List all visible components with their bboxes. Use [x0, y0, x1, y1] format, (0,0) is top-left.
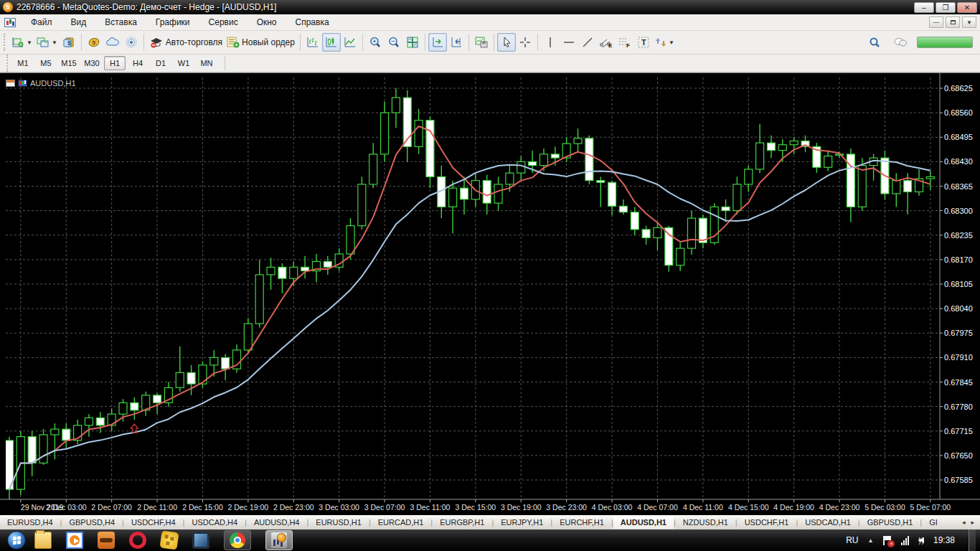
- equidistant-channel-button[interactable]: E: [597, 33, 616, 52]
- timeframe-M30-button[interactable]: M30: [81, 56, 103, 70]
- svg-text:4 Dec 07:00: 4 Dec 07:00: [637, 503, 678, 512]
- virtual-hosting-button[interactable]: [103, 33, 122, 52]
- svg-text:2 Dec 19:00: 2 Dec 19:00: [228, 503, 269, 512]
- timeframe-H4-button[interactable]: H4: [127, 56, 149, 70]
- fibonacci-button[interactable]: F: [616, 33, 634, 52]
- tile-windows-icon: [407, 37, 418, 48]
- chart-tab-USDCHF-H4[interactable]: USDCHF,H4: [124, 516, 183, 529]
- close-button[interactable]: ✕: [957, 2, 977, 13]
- orange-app-icon[interactable]: [98, 532, 115, 549]
- chart-tab-EURCHF-H1[interactable]: EURCHF,H1: [552, 516, 611, 529]
- action-center-flag-icon[interactable]: ×: [882, 536, 892, 545]
- new-order-button[interactable]: Новый ордер: [225, 33, 297, 52]
- media-player-icon[interactable]: [66, 532, 83, 549]
- zoom-out-button[interactable]: [385, 33, 403, 52]
- text-label-button[interactable]: T: [634, 33, 653, 52]
- line-chart-button[interactable]: [341, 33, 359, 52]
- price-chart[interactable]: 0.686250.685600.684950.684300.683650.683…: [0, 73, 980, 515]
- crosshair-button[interactable]: [516, 33, 534, 52]
- start-button[interactable]: [7, 531, 26, 550]
- timeframe-M15-button[interactable]: M15: [58, 56, 80, 70]
- toolbar-drag-handle[interactable]: [4, 34, 7, 51]
- restore-button[interactable]: ❐: [936, 2, 956, 13]
- arrows-button[interactable]: ▼: [653, 33, 677, 52]
- new-chart-button[interactable]: ▼: [9, 33, 34, 52]
- vertical-line-button[interactable]: [541, 33, 560, 52]
- market-watch-button[interactable]: $: [60, 33, 78, 52]
- chart-tab-USDCAD-H1[interactable]: USDCAD,H1: [798, 516, 858, 529]
- menu-item-Сервис[interactable]: Сервис: [199, 15, 248, 29]
- mql5-market-button[interactable]: 5: [85, 33, 103, 52]
- timeframe-M5-button[interactable]: M5: [35, 56, 57, 70]
- menu-item-Окно[interactable]: Окно: [248, 15, 286, 29]
- menu-item-Вид[interactable]: Вид: [62, 15, 96, 29]
- chart-shift-button[interactable]: [447, 33, 466, 52]
- yellow-app-icon[interactable]: [159, 530, 179, 550]
- tile-windows-button[interactable]: [403, 33, 422, 52]
- metatrader-taskbar-button[interactable]: [265, 530, 293, 550]
- toolbar-overflow-button[interactable]: ▾: [962, 17, 976, 28]
- timeframe-MN-button[interactable]: MN: [196, 56, 217, 70]
- hidden-icons-arrow[interactable]: ▲: [868, 537, 874, 544]
- search-icon[interactable]: [865, 33, 884, 52]
- chart-tab-GBPUSD-H1[interactable]: GBPUSD,H1: [860, 516, 920, 529]
- chart-tab-GBPUSD-H4[interactable]: GBPUSD,H4: [62, 516, 122, 529]
- chart-tab-EURGBP-H1[interactable]: EURGBP,H1: [433, 516, 491, 529]
- menu-item-Файл[interactable]: Файл: [22, 15, 62, 29]
- trendline-button[interactable]: [578, 33, 597, 52]
- show-desktop-button[interactable]: [969, 529, 976, 551]
- network-signal-icon[interactable]: [901, 536, 909, 545]
- profiles-button[interactable]: ▼: [34, 33, 60, 52]
- timeframe-drag-handle[interactable]: [6, 55, 10, 72]
- one-click-trading-icon[interactable]: [6, 80, 15, 87]
- chart-tab-USDCHF-H1[interactable]: USDCHF,H1: [738, 516, 796, 529]
- tabs-scroll-right-icon[interactable]: ▸: [971, 519, 974, 526]
- chart-tab-EURJPY-H1[interactable]: EURJPY,H1: [494, 516, 550, 529]
- chart-tab-AUDUSD-H1[interactable]: AUDUSD,H1: [613, 516, 674, 529]
- timeframe-H1-button[interactable]: H1: [104, 56, 126, 70]
- depth-of-market-icon[interactable]: [18, 80, 27, 87]
- timeframe-M1-button[interactable]: M1: [12, 56, 34, 70]
- chart-tab-EURUSD-H4[interactable]: EURUSD,H4: [0, 516, 60, 529]
- svg-text:4 Dec 03:00: 4 Dec 03:00: [592, 503, 633, 512]
- volume-icon[interactable]: ) ): [918, 537, 924, 545]
- menu-item-Справка[interactable]: Справка: [286, 15, 339, 29]
- language-indicator[interactable]: RU: [846, 535, 858, 545]
- clock[interactable]: 19:38: [933, 535, 955, 545]
- svg-text:4 Dec 15:00: 4 Dec 15:00: [728, 503, 769, 512]
- auto-trading-label: Авто-торговля: [166, 37, 222, 47]
- chart-tab-GI[interactable]: GI: [922, 516, 945, 529]
- chart-tab-NZDUSD-H1[interactable]: NZDUSD,H1: [676, 516, 735, 529]
- timeframe-W1-button[interactable]: W1: [173, 56, 194, 70]
- bars-chart-button[interactable]: [303, 33, 322, 52]
- chat-icon[interactable]: [891, 33, 910, 52]
- chart-tab-EURCAD-H1[interactable]: EURCAD,H1: [371, 516, 431, 529]
- chart-window-icon[interactable]: [4, 18, 16, 27]
- signals-button[interactable]: [122, 33, 141, 52]
- candles-chart-button[interactable]: [322, 33, 341, 52]
- tabs-scroll-left-icon[interactable]: ◂: [962, 519, 966, 526]
- equidistant-channel-icon: E: [599, 37, 613, 48]
- minimize-button[interactable]: –: [914, 2, 934, 13]
- child-minimize-button[interactable]: —: [929, 17, 943, 28]
- templates-button[interactable]: [472, 33, 491, 52]
- svg-text:2 Dec 23:00: 2 Dec 23:00: [273, 503, 314, 512]
- auto-scroll-button[interactable]: [428, 33, 447, 52]
- opera-browser-icon[interactable]: [129, 532, 146, 549]
- svg-text:0.67650: 0.67650: [944, 451, 973, 460]
- chrome-browser-taskbar-button[interactable]: [224, 530, 251, 550]
- menu-item-Вставка[interactable]: Вставка: [95, 15, 146, 29]
- timeframe-D1-button[interactable]: D1: [150, 56, 171, 70]
- auto-trading-button[interactable]: Авто-торговля: [147, 33, 225, 52]
- child-restore-button[interactable]: [946, 17, 960, 28]
- cursor-button[interactable]: [497, 33, 516, 52]
- svg-text:0.68560: 0.68560: [944, 108, 973, 117]
- monitor-app-icon[interactable]: [192, 532, 209, 549]
- menu-item-Графики[interactable]: Графики: [146, 15, 199, 29]
- chart-tab-EURUSD-H1[interactable]: EURUSD,H1: [308, 516, 369, 529]
- zoom-in-button[interactable]: [366, 33, 385, 52]
- horizontal-line-button[interactable]: [560, 33, 578, 52]
- file-explorer-icon[interactable]: [34, 532, 52, 549]
- chart-tab-USDCAD-H4[interactable]: USDCAD,H4: [184, 516, 245, 529]
- chart-tab-AUDUSD-H4[interactable]: AUDUSD,H4: [247, 516, 307, 529]
